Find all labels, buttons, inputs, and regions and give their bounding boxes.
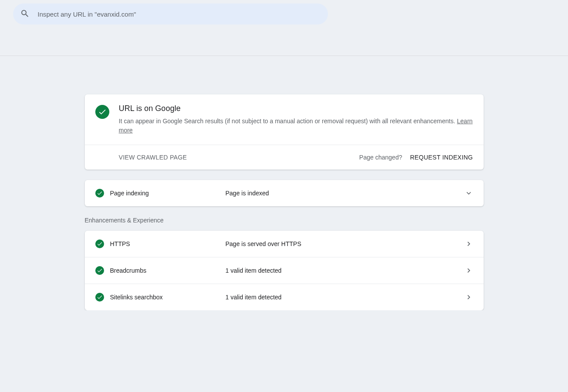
header-bar	[0, 0, 568, 56]
enhancements-list: HTTPS Page is served over HTTPS Breadcru…	[85, 231, 484, 310]
indexing-value: Page is indexed	[226, 190, 458, 197]
check-circle-icon	[95, 266, 104, 275]
page-indexing-card: Page indexing Page is indexed	[85, 180, 484, 206]
enhancement-value: 1 valid item detected	[226, 294, 458, 301]
page-indexing-row[interactable]: Page indexing Page is indexed	[85, 180, 484, 206]
url-inspect-input[interactable]	[38, 10, 321, 18]
enhancements-section-title: Enhancements & Experience	[85, 217, 484, 224]
request-indexing-button[interactable]: REQUEST INDEXING	[410, 154, 473, 161]
status-text: URL is on Google It can appear in Google…	[119, 104, 473, 135]
status-header: URL is on Google It can appear in Google…	[85, 94, 484, 145]
search-bar[interactable]	[13, 3, 328, 24]
status-description: It can appear in Google Search results (…	[119, 117, 473, 135]
check-circle-icon	[95, 239, 104, 248]
indexing-label: Page indexing	[110, 190, 220, 197]
https-row[interactable]: HTTPS Page is served over HTTPS	[85, 231, 484, 257]
search-icon	[20, 9, 30, 20]
check-circle-icon	[95, 105, 109, 119]
status-title: URL is on Google	[119, 104, 473, 113]
action-bar: VIEW CRAWLED PAGE Page changed? REQUEST …	[85, 145, 484, 170]
main-content: URL is on Google It can appear in Google…	[85, 56, 484, 310]
enhancement-label: Breadcrumbs	[110, 267, 220, 274]
chevron-right-icon	[464, 266, 473, 275]
chevron-down-icon	[464, 189, 473, 198]
page-changed-label: Page changed?	[359, 154, 402, 161]
status-card: URL is on Google It can appear in Google…	[85, 94, 484, 170]
enhancement-label: Sitelinks searchbox	[110, 294, 220, 301]
chevron-right-icon	[464, 293, 473, 302]
view-crawled-page-button[interactable]: VIEW CRAWLED PAGE	[119, 154, 187, 161]
check-circle-icon	[95, 189, 104, 198]
chevron-right-icon	[464, 239, 473, 248]
enhancement-label: HTTPS	[110, 240, 220, 247]
sitelinks-searchbox-row[interactable]: Sitelinks searchbox 1 valid item detecte…	[85, 284, 484, 310]
check-circle-icon	[95, 293, 104, 302]
breadcrumbs-row[interactable]: Breadcrumbs 1 valid item detected	[85, 257, 484, 284]
enhancement-value: 1 valid item detected	[226, 267, 458, 274]
enhancement-value: Page is served over HTTPS	[226, 240, 458, 247]
